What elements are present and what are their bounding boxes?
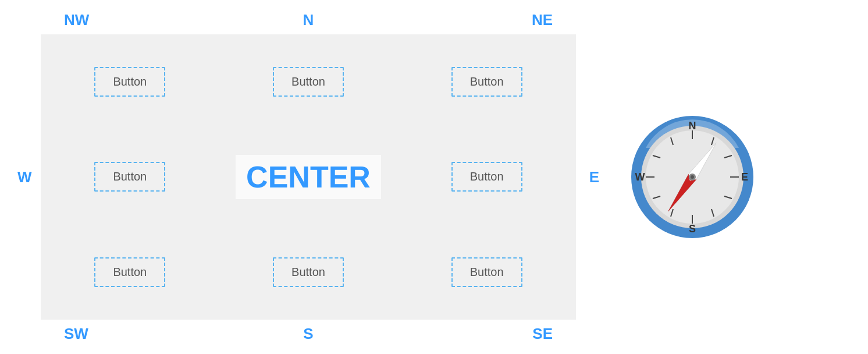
svg-text:N: N	[689, 120, 696, 132]
button-sw[interactable]: Button	[94, 257, 165, 287]
cell-center: CENTER	[219, 129, 398, 224]
button-se[interactable]: Button	[451, 257, 522, 287]
compass-icon: N S E W	[628, 113, 756, 241]
button-nw[interactable]: Button	[94, 67, 165, 97]
label-e: E	[589, 168, 599, 186]
compass-section: N S E W	[628, 113, 756, 241]
button-s[interactable]: Button	[273, 257, 344, 287]
center-text: CENTER	[236, 155, 381, 199]
button-e[interactable]: Button	[451, 162, 522, 192]
svg-text:S: S	[689, 223, 696, 235]
label-s: S	[303, 325, 313, 343]
svg-text:W: W	[635, 171, 645, 183]
cell-nw: Button	[41, 34, 219, 129]
label-nw: NW	[64, 11, 89, 29]
label-w: W	[17, 168, 32, 186]
main-container: NW N NE W E SW S SE Button Button Button…	[0, 0, 868, 354]
label-n: N	[303, 11, 314, 29]
cell-w: Button	[41, 129, 219, 224]
cell-ne: Button	[397, 34, 576, 129]
cell-se: Button	[397, 225, 576, 320]
button-n[interactable]: Button	[273, 67, 344, 97]
button-ne[interactable]: Button	[451, 67, 522, 97]
cell-e: Button	[397, 129, 576, 224]
cell-n: Button	[219, 34, 398, 129]
grid-section: NW N NE W E SW S SE Button Button Button…	[23, 11, 593, 343]
svg-point-22	[691, 175, 694, 179]
cell-sw: Button	[41, 225, 219, 320]
button-w[interactable]: Button	[94, 162, 165, 192]
label-ne: NE	[532, 11, 553, 29]
button-grid: Button Button Button Button CENTER Butto…	[41, 34, 576, 320]
svg-text:E: E	[741, 171, 748, 183]
cell-s: Button	[219, 225, 398, 320]
label-se: SE	[532, 325, 553, 343]
label-sw: SW	[64, 325, 88, 343]
